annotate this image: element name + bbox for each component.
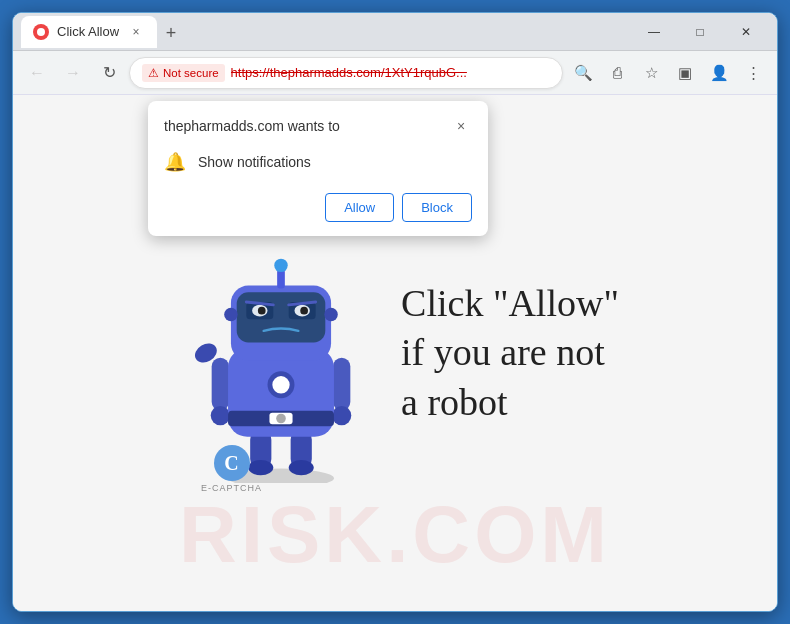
- new-tab-button[interactable]: +: [157, 20, 185, 48]
- tab-favicon: [33, 24, 49, 40]
- svg-point-27: [274, 259, 287, 272]
- svg-rect-3: [333, 358, 350, 411]
- active-tab[interactable]: Click Allow ×: [21, 16, 157, 48]
- permission-popup: thepharmadds.com wants to × 🔔 Show notif…: [148, 101, 488, 236]
- svg-point-13: [276, 414, 286, 424]
- address-bar[interactable]: ⚠ Not secure https://thepharmadds.com/1X…: [129, 57, 563, 89]
- bookmark-icon[interactable]: ☆: [635, 57, 667, 89]
- bell-icon: 🔔: [164, 151, 186, 173]
- forward-button[interactable]: →: [57, 57, 89, 89]
- tab-close-button[interactable]: ×: [127, 23, 145, 41]
- page-text: Click "Allow" if you are not a robot: [401, 279, 619, 427]
- back-button[interactable]: ←: [21, 57, 53, 89]
- page-text-line3: a robot: [401, 378, 619, 427]
- allow-button[interactable]: Allow: [325, 193, 394, 222]
- tab-title: Click Allow: [57, 24, 119, 39]
- browser-content: RISK.COM thepharmadds.com wants to × 🔔 S…: [13, 95, 777, 611]
- block-button[interactable]: Block: [402, 193, 472, 222]
- window-controls: — □ ✕: [631, 13, 769, 51]
- minimize-button[interactable]: —: [631, 13, 677, 51]
- ecaptcha-icon: C: [214, 445, 250, 481]
- svg-point-22: [258, 307, 266, 315]
- svg-point-29: [324, 308, 337, 321]
- popup-title: thepharmadds.com wants to: [164, 118, 340, 134]
- svg-point-23: [300, 307, 308, 315]
- security-badge: ⚠ Not secure: [142, 64, 225, 82]
- nav-bar: ← → ↻ ⚠ Not secure https://thepharmadds.…: [13, 51, 777, 95]
- toolbar-icons: 🔍 ⎙ ☆ ▣ 👤 ⋮: [567, 57, 769, 89]
- share-icon[interactable]: ⎙: [601, 57, 633, 89]
- search-icon[interactable]: 🔍: [567, 57, 599, 89]
- menu-icon[interactable]: ⋮: [737, 57, 769, 89]
- url-text: https://thepharmadds.com/1XtY1rqubG...: [231, 65, 550, 80]
- tab-bar: Click Allow × +: [21, 16, 631, 48]
- close-button[interactable]: ✕: [723, 13, 769, 51]
- svg-rect-1: [212, 358, 229, 411]
- svg-point-9: [289, 460, 314, 475]
- page-text-line2: if you are not: [401, 328, 619, 377]
- svg-point-15: [272, 376, 289, 393]
- ecaptcha-text: E-CAPTCHA: [201, 483, 262, 493]
- svg-point-28: [224, 308, 237, 321]
- warning-icon: ⚠: [148, 66, 159, 80]
- profile-icon[interactable]: 👤: [703, 57, 735, 89]
- refresh-button[interactable]: ↻: [93, 57, 125, 89]
- maximize-button[interactable]: □: [677, 13, 723, 51]
- ecaptcha-label: C E-CAPTCHA: [201, 445, 262, 493]
- popup-close-button[interactable]: ×: [450, 115, 472, 137]
- popup-actions: Allow Block: [148, 185, 488, 236]
- notification-text: Show notifications: [198, 154, 311, 170]
- svg-point-4: [332, 406, 351, 425]
- svg-point-2: [211, 406, 230, 425]
- sidebar-icon[interactable]: ▣: [669, 57, 701, 89]
- title-bar: Click Allow × + — □ ✕: [13, 13, 777, 51]
- robot-area: C E-CAPTCHA: [171, 223, 391, 483]
- popup-header: thepharmadds.com wants to ×: [148, 101, 488, 145]
- robot-illustration: [181, 223, 381, 483]
- svg-rect-26: [277, 269, 285, 288]
- popup-notification-row: 🔔 Show notifications: [148, 145, 488, 185]
- security-label: Not secure: [163, 67, 219, 79]
- page-text-line1: Click "Allow": [401, 279, 619, 328]
- browser-window: Click Allow × + — □ ✕ ← → ↻ ⚠ Not secure…: [12, 12, 778, 612]
